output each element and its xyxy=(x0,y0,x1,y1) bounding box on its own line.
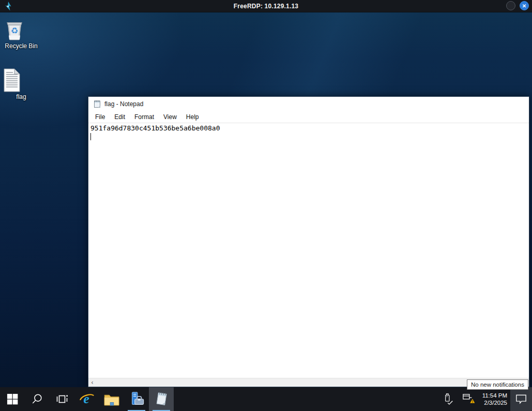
menu-file[interactable]: File xyxy=(90,112,110,122)
svg-text:e: e xyxy=(83,391,89,406)
search-icon xyxy=(32,393,43,405)
recycle-symbol: ♻ xyxy=(11,26,19,35)
desktop-icon-recycle-bin[interactable]: ♻ Recycle Bin xyxy=(3,17,40,50)
internet-explorer-button[interactable]: e xyxy=(74,387,99,411)
task-view-icon xyxy=(56,393,68,405)
notepad-content: 951fa96d7830c451b536be5a6be008a0 xyxy=(90,124,220,132)
menu-help[interactable]: Help xyxy=(181,112,204,122)
notepad-taskbar-icon xyxy=(154,391,169,407)
notification-tooltip: No new notifications xyxy=(467,379,528,390)
text-file-icon xyxy=(3,68,40,92)
window-title: FreeRDP: 10.129.1.13 xyxy=(0,3,532,10)
clock-date: 2/3/2025 xyxy=(484,399,507,406)
desktop-icon-label: flag xyxy=(3,94,40,100)
notepad-menubar: File Edit Format View Help xyxy=(88,111,529,123)
taskbar-empty-area xyxy=(174,387,439,411)
start-button[interactable] xyxy=(0,387,25,411)
notepad-title: flag - Notepad xyxy=(104,100,143,108)
usb-eject-tray-button[interactable] xyxy=(439,387,459,411)
server-manager-button[interactable] xyxy=(124,387,149,411)
windows-start-icon xyxy=(7,393,18,405)
taskbar: e xyxy=(0,387,532,411)
rdp-close-button[interactable]: ✕ xyxy=(520,1,529,10)
network-warning-icon xyxy=(462,393,475,405)
freerdp-titlebar: FreeRDP: 10.129.1.13 ✕ xyxy=(0,0,532,12)
notepad-titlebar[interactable]: flag - Notepad xyxy=(88,97,529,111)
horizontal-scrollbar[interactable]: ‹ › xyxy=(88,378,529,387)
file-explorer-button[interactable] xyxy=(99,387,124,411)
rdp-minimize-button[interactable] xyxy=(506,1,515,10)
search-button[interactable] xyxy=(25,387,50,411)
desktop[interactable]: ♻ Recycle Bin xyxy=(0,12,532,387)
system-tray: 11:54 PM 2/3/2025 xyxy=(439,387,532,411)
task-view-button[interactable] xyxy=(50,387,74,411)
clock[interactable]: 11:54 PM 2/3/2025 xyxy=(478,387,510,411)
menu-format[interactable]: Format xyxy=(130,112,159,122)
action-center-icon xyxy=(515,393,527,405)
screen: FreeRDP: 10.129.1.13 ✕ ♻ Recycle Bin xyxy=(0,0,532,411)
action-center-button[interactable] xyxy=(510,387,532,411)
recycle-bin-icon: ♻ xyxy=(3,17,40,41)
text-caret xyxy=(90,133,91,140)
internet-explorer-icon: e xyxy=(79,391,95,407)
desktop-icon-flag[interactable]: flag xyxy=(3,68,40,100)
freerdp-logo-icon xyxy=(4,2,12,11)
notepad-text-area[interactable]: 951fa96d7830c451b536be5a6be008a0 xyxy=(88,123,529,378)
file-explorer-icon xyxy=(104,393,119,406)
notepad-taskbar-button[interactable] xyxy=(149,387,174,411)
notepad-icon xyxy=(93,100,101,108)
menu-edit[interactable]: Edit xyxy=(110,112,130,122)
server-manager-icon xyxy=(129,391,144,407)
scroll-left-arrow-icon[interactable]: ‹ xyxy=(88,378,96,387)
desktop-icon-label: Recycle Bin xyxy=(3,43,40,50)
clock-time: 11:54 PM xyxy=(482,392,507,399)
notepad-window: flag - Notepad File Edit Format View Hel… xyxy=(88,96,529,387)
menu-view[interactable]: View xyxy=(159,112,181,122)
network-status-tray-button[interactable] xyxy=(459,387,478,411)
usb-eject-icon xyxy=(444,393,454,405)
